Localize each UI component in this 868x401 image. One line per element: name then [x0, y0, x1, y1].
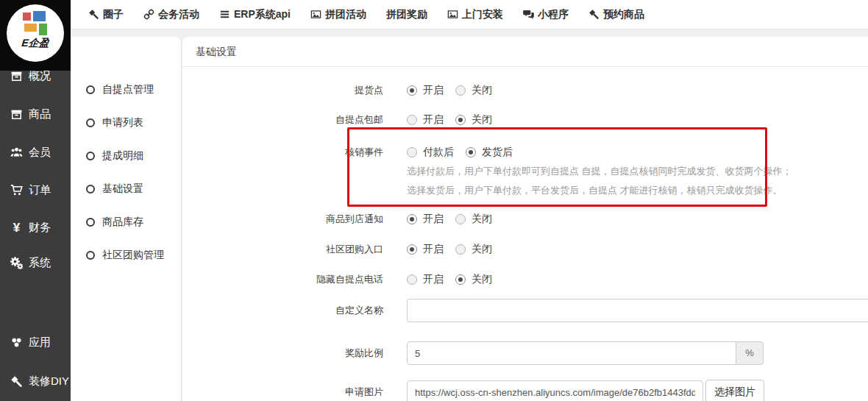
- topnav-item-reservation-goods[interactable]: 预约商品: [588, 8, 644, 21]
- secondary-sidebar: 自提点管理 申请列表 提成明细 基础设置 商品库存 社区团购管理: [71, 37, 181, 401]
- main-content-panel: 基础设置 提货点 开启 关闭 自提点包邮 开启 关闭 核销: [182, 37, 868, 401]
- radio-option-on[interactable]: 开启: [407, 213, 444, 226]
- radio-option-on[interactable]: 开启: [407, 113, 444, 127]
- submenu-item-commission-detail[interactable]: 提成明细: [71, 146, 181, 166]
- topnav-item-label: ERP系统api: [234, 8, 291, 21]
- radio-option-after-payment[interactable]: 付款后: [407, 146, 454, 159]
- page-title: 基础设置: [182, 37, 868, 67]
- circle-o-icon: [86, 85, 95, 94]
- sidebar-item-system[interactable]: 系统: [0, 252, 71, 273]
- submenu-item-label: 自提点管理: [102, 83, 154, 96]
- reward-ratio-input[interactable]: [407, 341, 736, 365]
- circle-o-icon: [86, 152, 95, 160]
- topnav-item-groupbuy-reward[interactable]: 拼团奖励: [386, 8, 427, 21]
- form-row-pickup-free-shipping: 自提点包邮 开启 关闭: [182, 109, 868, 131]
- submenu-item-goods-stock[interactable]: 商品库存: [71, 212, 181, 233]
- cart-icon: [10, 184, 23, 196]
- submenu-item-basic-settings[interactable]: 基础设置: [71, 179, 181, 199]
- topnav-item-label: 会务活动: [158, 8, 199, 21]
- topnav-item-label: 上门安装: [462, 8, 503, 21]
- sidebar-item-label: 财务: [29, 221, 51, 235]
- sidebar-item-apps[interactable]: 应用: [0, 332, 71, 352]
- basic-settings-form: 提货点 开启 关闭 自提点包邮 开启 关闭 核销事件 付款后: [182, 67, 868, 401]
- radio-option-off[interactable]: 关闭: [455, 113, 492, 127]
- circle-o-icon: [86, 218, 95, 227]
- radio-option-on[interactable]: 开启: [407, 243, 444, 256]
- form-row-arrival-notice: 商品到店通知 开启 关闭: [182, 208, 868, 230]
- topnav-item-mini-program[interactable]: 小程序: [523, 8, 569, 21]
- radio-icon: [466, 147, 476, 157]
- field-help-text: 选择发货后，用户下单付款，平台发货后，自提点 才能进行核销，核销只完成收货操作。: [407, 181, 792, 200]
- field-label: 商品到店通知: [182, 208, 383, 230]
- sidebar-item-label: 概况: [29, 69, 51, 83]
- sidebar-item-goods[interactable]: 商品: [0, 104, 71, 124]
- sidebar-item-label: 应用: [29, 336, 51, 349]
- radio-icon: [407, 147, 417, 157]
- link-icon: [143, 9, 154, 20]
- submenu-item-label: 社区团购管理: [102, 249, 164, 262]
- radio-icon: [407, 274, 417, 285]
- circle-o-icon: [86, 185, 95, 194]
- sidebar-item-members[interactable]: 会员: [0, 142, 71, 163]
- submenu-item-label: 提成明细: [102, 149, 143, 163]
- box-icon: [10, 70, 23, 82]
- radio-icon: [455, 214, 466, 224]
- users-icon: [10, 146, 23, 159]
- apply-image-url-input[interactable]: [407, 380, 703, 401]
- circle-o-icon: [86, 251, 95, 260]
- sidebar-item-decorate-diy[interactable]: 装修DIY: [0, 371, 71, 391]
- sidebar-item-label: 装修DIY: [29, 375, 69, 388]
- apps-icon: [10, 336, 23, 349]
- radio-option-on[interactable]: 开启: [407, 84, 444, 97]
- field-help-text: 选择付款后，用户下单付款即可到自提点 自提，自提点核销同时完成发货、收货两个操作…: [407, 162, 792, 181]
- topnav-item-erp-api[interactable]: ERP系统api: [219, 8, 291, 21]
- topnav-item-door-install[interactable]: 上门安装: [447, 8, 503, 21]
- submenu-item-apply-list[interactable]: 申请列表: [71, 113, 181, 133]
- radio-icon: [407, 85, 417, 96]
- radio-option-off[interactable]: 关闭: [455, 213, 492, 226]
- comments-icon: [523, 9, 534, 20]
- radio-option-off[interactable]: 关闭: [455, 243, 492, 256]
- form-row-reward-ratio: 奖励比例 %: [182, 341, 868, 365]
- custom-name-input[interactable]: [407, 299, 868, 322]
- submenu-item-label: 申请列表: [102, 116, 143, 129]
- sidebar-item-finance[interactable]: ¥ 财务: [0, 217, 71, 238]
- field-label: 自定义名称: [182, 299, 383, 322]
- field-label: 社区团购入口: [182, 238, 383, 260]
- submenu-item-label: 基础设置: [102, 182, 143, 196]
- sidebar-item-label: 商品: [29, 107, 51, 121]
- brand-logo-icon: [21, 11, 49, 36]
- sidebar-item-label: 订单: [29, 183, 51, 197]
- field-label: 申请图片: [182, 380, 383, 401]
- yen-icon: ¥: [10, 221, 23, 234]
- image-icon: [310, 9, 321, 20]
- topnav-item-groupbuy-activity[interactable]: 拼团活动: [310, 8, 366, 21]
- field-label: 奖励比例: [182, 341, 383, 365]
- submenu-item-community-groupbuy[interactable]: 社区团购管理: [71, 245, 181, 266]
- list-icon: [219, 9, 230, 20]
- topnav-item-circle[interactable]: 圈子: [88, 8, 124, 21]
- topnav-item-conference-activity[interactable]: 会务活动: [143, 8, 199, 21]
- top-navbar: 圈子 会务活动 ERP系统api 拼团活动 拼团奖励 上门安装 小程序 预约商品: [71, 0, 868, 29]
- choose-image-button[interactable]: 选择图片: [705, 380, 764, 401]
- radio-icon: [455, 115, 466, 125]
- radio-option-after-shipment[interactable]: 发货后: [466, 146, 513, 159]
- radio-icon: [455, 274, 466, 285]
- sidebar-item-overview[interactable]: 概况: [0, 65, 71, 86]
- topnav-item-label: 小程序: [538, 8, 569, 21]
- topnav-item-label: 预约商品: [603, 8, 644, 21]
- percent-addon: %: [736, 341, 764, 365]
- primary-sidebar: E企盈 概况 商品 会员 订单 ¥ 财务 系统 应用: [0, 0, 71, 401]
- image-icon: [447, 9, 458, 20]
- radio-icon: [455, 244, 466, 255]
- brand-logo[interactable]: E企盈: [0, 0, 71, 71]
- submenu-item-pickup-management[interactable]: 自提点管理: [71, 79, 181, 100]
- form-row-community-groupbuy-entry: 社区团购入口 开启 关闭: [182, 238, 868, 260]
- gavel-icon: [88, 9, 99, 20]
- radio-option-off[interactable]: 关闭: [455, 273, 492, 286]
- radio-option-on[interactable]: 开启: [407, 273, 444, 286]
- sidebar-item-orders[interactable]: 订单: [0, 180, 71, 200]
- radio-option-off[interactable]: 关闭: [455, 84, 492, 97]
- submenu-item-label: 商品库存: [102, 216, 143, 229]
- brand-name: E企盈: [7, 37, 64, 50]
